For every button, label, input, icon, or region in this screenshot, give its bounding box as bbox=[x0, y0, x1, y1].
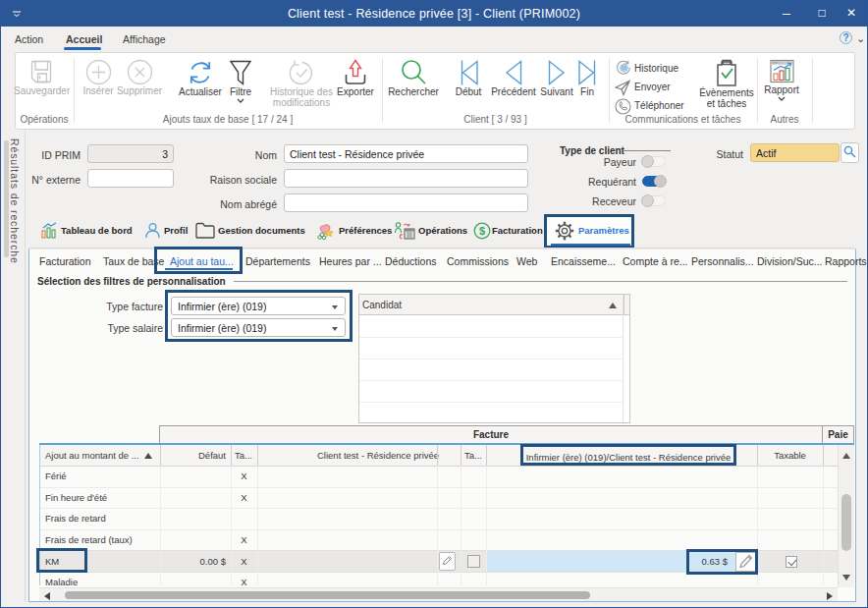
svg-text:$: $ bbox=[479, 225, 485, 237]
